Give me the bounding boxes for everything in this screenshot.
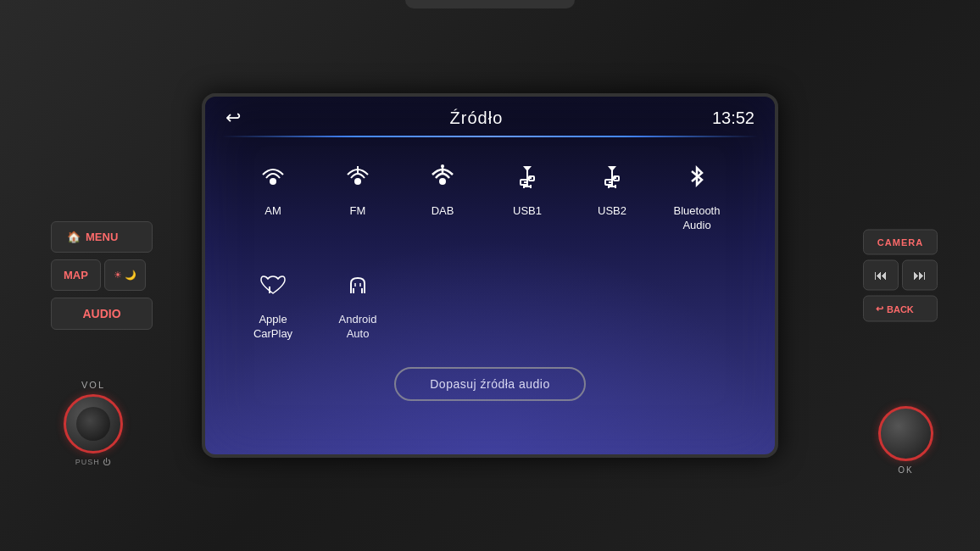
prev-button[interactable]: ⏮ [863, 260, 899, 291]
menu-label: MENU [86, 231, 118, 243]
source-fm[interactable]: FM [315, 154, 400, 242]
prev-icon: ⏮ [874, 268, 888, 282]
svg-point-3 [439, 178, 446, 185]
left-panel: 🏠 MENU MAP ☀ 🌙 AUDIO [51, 221, 153, 330]
vent-top [405, 0, 575, 8]
vol-knob-container: VOL PUSH ⏻ [64, 380, 123, 466]
apple-carplay-icon [258, 271, 288, 306]
android-auto-icon [342, 271, 373, 306]
map-row: MAP ☀ 🌙 [51, 259, 153, 291]
source-dab[interactable]: DAB [400, 154, 485, 242]
screen-title: Źródło [241, 109, 712, 128]
audio-label: AUDIO [82, 307, 120, 320]
source-am[interactable]: AM [231, 154, 315, 242]
usb2-icon [597, 163, 627, 198]
am-icon [258, 163, 288, 198]
fm-label: FM [350, 204, 366, 219]
back-label: BACK [887, 303, 914, 314]
vol-label: VOL [81, 380, 105, 390]
camera-button[interactable]: CAMERA [863, 230, 938, 255]
ok-knob[interactable] [878, 406, 933, 461]
svg-marker-7 [523, 166, 532, 171]
screen-header: ↩ Źródło 13:52 [205, 97, 775, 136]
android-auto-label: AndroidAuto [339, 313, 377, 342]
knob-inner [76, 407, 110, 441]
svg-point-5 [441, 164, 444, 168]
menu-button[interactable]: 🏠 MENU [51, 221, 153, 253]
source-usb1[interactable]: USB1 [485, 154, 570, 242]
source-grid-row1: AM FM [205, 137, 775, 259]
adapt-sources-label: Dopasuj źródła audio [430, 377, 550, 391]
map-button[interactable]: MAP [51, 259, 101, 291]
next-icon: ⏭ [913, 268, 927, 282]
svg-point-0 [270, 178, 276, 185]
media-controls: ⏮ ⏭ [863, 260, 938, 291]
audio-button[interactable]: AUDIO [51, 298, 153, 330]
usb1-icon [512, 163, 543, 198]
back-arrow-button[interactable]: ↩ [226, 107, 241, 129]
usb2-label: USB2 [598, 204, 626, 219]
right-panel: CAMERA ⏮ ⏭ ↩ BACK [863, 230, 938, 322]
ok-label: OK [898, 465, 913, 475]
adapt-btn-container: Dopasuj źródła audio [205, 363, 775, 414]
apple-carplay-label: AppleCarPlay [253, 313, 292, 342]
svg-marker-17 [608, 166, 616, 171]
push-label: PUSH ⏻ [75, 458, 112, 466]
daynight-button[interactable]: ☀ 🌙 [104, 259, 146, 291]
source-android-auto[interactable]: AndroidAuto [315, 263, 400, 350]
main-screen: ↩ Źródło 13:52 AM [202, 93, 778, 458]
back-button[interactable]: ↩ BACK [863, 296, 938, 322]
screen-time: 13:52 [712, 109, 754, 128]
camera-label: CAMERA [877, 237, 923, 248]
svg-point-1 [354, 178, 361, 185]
dab-label: DAB [432, 204, 454, 219]
bluetooth-icon [682, 163, 712, 198]
usb1-label: USB1 [513, 204, 542, 219]
am-label: AM [264, 204, 281, 219]
fm-icon [342, 163, 373, 198]
next-button[interactable]: ⏭ [902, 260, 938, 291]
vol-knob[interactable] [64, 394, 123, 454]
source-grid-row2: AppleCarPlay AndroidAuto [205, 259, 775, 363]
source-bluetooth[interactable]: BluetoothAudio [654, 154, 739, 242]
back-arrow-icon: ↩ [876, 303, 883, 314]
moon-icon: 🌙 [125, 270, 136, 281]
car-dashboard: 🏠 MENU MAP ☀ 🌙 AUDIO VOL PUSH ⏻ ↩ Źr [0, 0, 980, 551]
map-label: MAP [64, 269, 88, 281]
adapt-sources-button[interactable]: Dopasuj źródła audio [394, 367, 586, 401]
sun-icon: ☀ [114, 270, 122, 281]
dab-icon [427, 163, 458, 198]
source-apple-carplay[interactable]: AppleCarPlay [231, 263, 315, 350]
source-usb2[interactable]: USB2 [570, 154, 654, 242]
bluetooth-label: BluetoothAudio [674, 204, 721, 233]
home-icon: 🏠 [67, 231, 81, 243]
ok-knob-container: OK [878, 406, 933, 475]
